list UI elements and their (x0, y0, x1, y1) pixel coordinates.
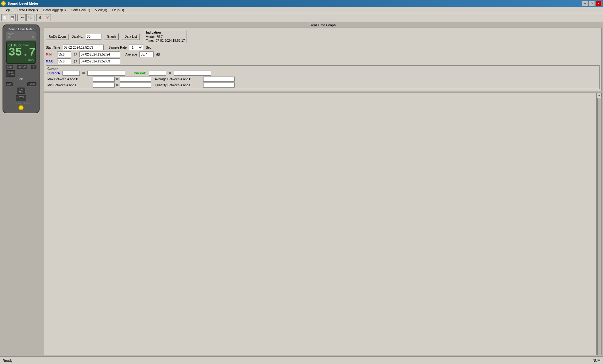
qty-between-label: Quantity Between A and B (155, 83, 202, 87)
avg-between-label: Average Between A and B (155, 78, 202, 81)
slm-btn-row3: A/C HOLD (6, 82, 36, 86)
slm-power-btn[interactable] (19, 105, 24, 110)
cursor-b-dot (169, 72, 171, 74)
cursor-a-input2[interactable] (87, 71, 125, 76)
min-between-input2[interactable] (120, 83, 151, 88)
slm-big-num: 35.7 (8, 47, 34, 58)
menu-bar: File(F) Real Time(R) DataLogger(D) Com P… (0, 7, 603, 13)
avg-between-input[interactable] (203, 77, 235, 82)
cursor-a-input1[interactable] (62, 71, 80, 76)
max-between-input[interactable] (93, 77, 115, 82)
menu-comport[interactable]: Com Port(C) (68, 8, 93, 13)
max-time-input[interactable] (79, 58, 120, 64)
status-bar: Ready NUM (0, 356, 603, 364)
vscroll-up[interactable]: ▲ (597, 93, 601, 97)
min-label: MIN (46, 53, 55, 56)
toolbar-zoom[interactable]: 🔍 (26, 14, 33, 21)
min-between-input[interactable] (93, 83, 115, 88)
graph-inner (44, 93, 596, 355)
cursor-a-label: CursorA (47, 72, 60, 75)
toolbar-help[interactable]: ❓ (44, 14, 51, 21)
slm-display: 01:18:00 TIME 35.7 dBA (6, 41, 36, 64)
slm-ce: CE (6, 77, 36, 81)
control-panel: UnDo Zoom DataNo: Graph Data List Indica… (44, 28, 602, 91)
max-value-input[interactable] (57, 58, 71, 64)
indication-time-value: 07-02-2024,19:52:17 (156, 39, 185, 42)
slm-fast-label: FAST (8, 33, 14, 35)
undo-zoom-button[interactable]: UnDo Zoom (46, 33, 69, 40)
indication-value-row: Value: 35.7 (146, 35, 185, 39)
slm-btn-level[interactable]: LEVEL▼ (16, 95, 26, 101)
indication-value: 35.7 (157, 35, 163, 39)
toolbar: 📄 💾 ✏ 🔍 🖨 ❓ (0, 13, 603, 22)
window-title: Sound Level Meter (8, 2, 38, 5)
toolbar-save[interactable]: 💾 (9, 14, 16, 21)
start-time-label: Start Time (46, 46, 60, 49)
control-row-1: UnDo Zoom DataNo: Graph Data List Indica… (46, 30, 600, 43)
cursor-section: Cursor CursorA CursorB Max Between A and… (46, 65, 600, 89)
scrollbar-v[interactable]: ▲ ▼ (596, 93, 601, 355)
menu-help[interactable]: Help(H) (110, 8, 127, 13)
indication-title: Indication (146, 31, 185, 34)
window-controls: ─ □ ✕ (582, 1, 602, 6)
cursor-b-label: CursorB (134, 72, 146, 75)
minimize-button[interactable]: ─ (582, 1, 588, 6)
min-between-dot (116, 84, 118, 86)
min-value-input[interactable] (57, 51, 71, 57)
maximize-button[interactable]: □ (589, 1, 595, 6)
right-panel: Real Time Graph UnDo Zoom DataNo: Graph … (42, 22, 603, 356)
menu-view[interactable]: View(V) (93, 8, 110, 13)
start-time-input[interactable] (63, 45, 104, 50)
indication-time-label: Time: (146, 39, 154, 42)
slm-btn-hold[interactable]: HOLD (27, 82, 36, 86)
max-label: MAX (46, 60, 55, 63)
slm-ce-mark: CE (19, 78, 23, 81)
slm-btn-setup[interactable]: SETUP (17, 65, 27, 69)
menu-datalogger[interactable]: DataLogger(D) (41, 8, 68, 13)
toolbar-new[interactable]: 📄 (1, 14, 8, 21)
slm-btn-ac[interactable]: A/C (6, 82, 13, 86)
cursor-a-dot (82, 72, 85, 74)
indication-box: Indication Value: 35.7 Time: 07-02-2024,… (144, 30, 187, 43)
status-right: NUM (593, 359, 600, 362)
sample-rate-select[interactable]: 1 2 5 (129, 45, 143, 50)
cursor-b-input2[interactable] (174, 71, 211, 76)
min-time-input[interactable] (79, 51, 120, 57)
sample-rate-label: Sample Rate (109, 46, 127, 49)
datano-input[interactable] (86, 34, 101, 40)
main-content: Sound Level Meter FAST 39 80 01:18:00 TI… (0, 22, 603, 356)
slm-fast-slow: FAST (7, 33, 35, 35)
slm-btn-sec[interactable]: SEC (6, 65, 13, 69)
cursor-between-row2: Min Between A and B Quantity Between A a… (47, 83, 598, 88)
sample-rate-unit: Sec (146, 46, 151, 49)
datano-label: DataNo: (72, 35, 83, 38)
qty-between-input[interactable] (203, 83, 235, 88)
max-between-input2[interactable] (120, 77, 151, 82)
slm-btn-fast-slow[interactable]: FASTSLOW (6, 70, 15, 77)
min-between-label: Min Between A and B (47, 83, 91, 87)
datalist-button[interactable]: Data List (121, 33, 140, 40)
average-label: Average (125, 53, 137, 56)
slm-btn-maxmin[interactable]: MAXMIN (17, 88, 25, 94)
max-between-dot (116, 78, 118, 80)
slm-btn-row4: MAXMIN (6, 88, 36, 94)
graph-button[interactable]: Graph (104, 33, 119, 40)
slm-btn-blank[interactable]: ▼ (31, 65, 36, 69)
menu-realtime[interactable]: Real Time(R) (15, 8, 41, 13)
toolbar-edit[interactable]: ✏ (19, 14, 26, 21)
average-value-input[interactable] (139, 51, 154, 57)
vscroll-track[interactable] (597, 98, 601, 355)
slm-power-row (6, 105, 36, 110)
menu-file[interactable]: File(F) (0, 8, 15, 13)
cursor-b-input1[interactable] (149, 71, 166, 76)
device-name-label: Sound Level Meter (6, 28, 36, 31)
slm-btn-row2: FASTSLOW (6, 70, 36, 77)
slm-btn-row1: SEC SETUP ▼ (6, 65, 36, 69)
control-row-4: MAX @ (46, 58, 600, 64)
average-unit: dB (156, 53, 160, 56)
control-row-3: MIN @ Average dB (46, 51, 600, 57)
close-button[interactable]: ✕ (595, 1, 602, 6)
graph-canvas[interactable] (44, 93, 596, 355)
device-panel: Sound Level Meter FAST 39 80 01:18:00 TI… (0, 22, 42, 356)
toolbar-print[interactable]: 🖨 (36, 14, 43, 21)
